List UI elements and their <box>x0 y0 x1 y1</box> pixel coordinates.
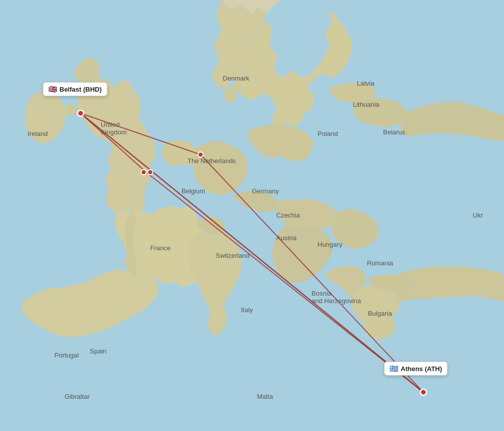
svg-point-6 <box>198 152 203 157</box>
svg-point-9 <box>78 110 84 116</box>
map-svg <box>0 0 504 431</box>
svg-point-8 <box>148 170 153 175</box>
svg-point-7 <box>141 170 146 175</box>
svg-point-10 <box>420 389 426 395</box>
map-container: Ireland UnitedKingdom The Netherlands De… <box>0 0 504 431</box>
